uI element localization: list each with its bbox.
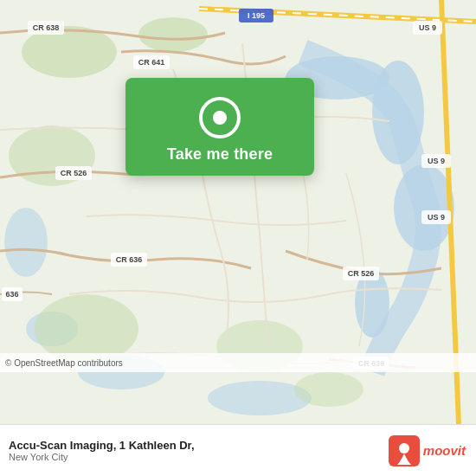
svg-text:US 9: US 9 [428, 213, 445, 222]
location-pin-icon [199, 97, 241, 138]
moovit-logo[interactable]: moovit [389, 435, 466, 466]
svg-text:US 9: US 9 [428, 157, 445, 165]
svg-point-41 [399, 443, 409, 453]
svg-text:CR 641: CR 641 [138, 58, 165, 67]
svg-text:CR 636: CR 636 [116, 255, 143, 264]
attribution-bar: © OpenStreetMap contributors [0, 353, 476, 372]
svg-text:CR 526: CR 526 [61, 169, 87, 177]
svg-point-5 [4, 208, 48, 277]
moovit-icon [389, 435, 420, 466]
attribution-text: © OpenStreetMap contributors [5, 358, 123, 368]
svg-point-10 [138, 17, 208, 52]
svg-text:I 195: I 195 [248, 11, 265, 20]
map-container: CR 638 CR 641 I 195 US 9 CR 526 US 9 US … [0, 0, 476, 424]
svg-text:US 9: US 9 [419, 23, 436, 32]
svg-text:636: 636 [5, 290, 18, 299]
svg-text:CR 638: CR 638 [33, 23, 60, 32]
svg-text:CR 526: CR 526 [348, 269, 375, 278]
svg-point-14 [294, 372, 363, 407]
moovit-text: moovit [423, 443, 466, 458]
location-city: New York City [9, 452, 195, 462]
bottom-bar: Accu-Scan Imaging, 1 Kathleen Dr, New Yo… [0, 424, 476, 476]
location-name: Accu-Scan Imaging, 1 Kathleen Dr, [9, 439, 195, 452]
take-me-there-card[interactable]: Take me there [125, 78, 314, 176]
location-info: Accu-Scan Imaging, 1 Kathleen Dr, New Yo… [9, 439, 195, 462]
take-me-there-label[interactable]: Take me there [167, 145, 273, 164]
